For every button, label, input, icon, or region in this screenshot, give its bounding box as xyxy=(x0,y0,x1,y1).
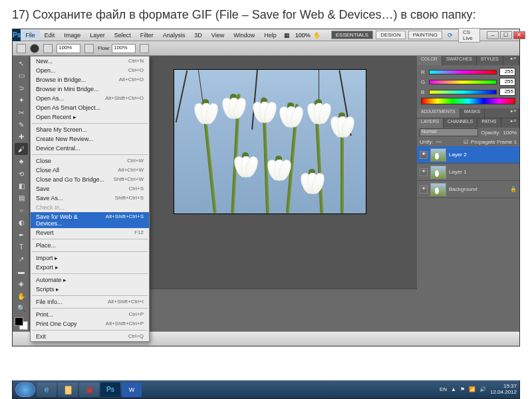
menuitem-open-as-smart-object[interactable]: Open As Smart Object... xyxy=(31,103,149,112)
hand-tool[interactable]: ✋ xyxy=(15,290,28,302)
menuitem-save-as[interactable]: Save As...Shift+Ctrl+S xyxy=(31,194,149,203)
blend-mode-select[interactable]: Normal xyxy=(420,128,478,136)
crop-tool[interactable]: ✂ xyxy=(15,106,28,118)
marquee-tool[interactable]: ▭ xyxy=(15,70,28,82)
menuitem-new[interactable]: New...Ctrl+N xyxy=(31,57,149,66)
menu-image[interactable]: Image xyxy=(59,31,85,40)
r-value[interactable]: 255 xyxy=(499,68,515,76)
workspace-painting[interactable]: PAINTING xyxy=(408,31,442,39)
menuitem-save-for-web-devices[interactable]: Save for Web & Devices...Alt+Shift+Ctrl+… xyxy=(31,212,149,228)
type-tool[interactable]: T xyxy=(15,241,28,253)
tray-flag-icon[interactable]: ⚑ xyxy=(460,386,465,392)
taskbar-explorer[interactable]: ▇ xyxy=(58,382,78,397)
menu-file[interactable]: File xyxy=(21,31,40,40)
menuitem-save[interactable]: SaveCtrl+S xyxy=(31,184,149,194)
dodge-tool[interactable]: ◐ xyxy=(15,216,28,228)
layer-background[interactable]: 👁Background🔒 xyxy=(417,181,519,198)
menu-help[interactable]: Help xyxy=(259,31,281,40)
menuitem-open-recent[interactable]: Open Recent ▸ xyxy=(31,112,149,122)
visibility-icon[interactable]: 👁 xyxy=(420,151,428,159)
menuitem-exit[interactable]: ExitCtrl+Q xyxy=(31,332,149,341)
menuitem-print-one-copy[interactable]: Print One CopyAlt+Shift+Ctrl+P xyxy=(31,319,149,329)
tab-masks[interactable]: MASKS xyxy=(460,108,485,118)
menu-view[interactable]: View xyxy=(207,31,229,40)
tab-adjustments[interactable]: ADJUSTMENTS xyxy=(417,108,460,118)
brush-preview-icon[interactable] xyxy=(30,44,39,53)
tab-channels[interactable]: CHANNELS xyxy=(444,118,477,128)
panel-menu-icon[interactable]: ▸≡ xyxy=(508,56,519,65)
b-slider[interactable] xyxy=(429,90,497,94)
brush-tool[interactable]: 🖌 xyxy=(15,143,28,155)
start-button[interactable] xyxy=(15,382,35,397)
menuitem-revert[interactable]: RevertF12 xyxy=(31,228,149,237)
tray-arrow-icon[interactable]: ▲ xyxy=(451,386,456,392)
tab-styles[interactable]: STYLES xyxy=(477,56,503,65)
menu-filter[interactable]: Filter xyxy=(136,31,158,40)
menu-layer[interactable]: Layer xyxy=(85,31,110,40)
menu-select[interactable]: Select xyxy=(110,31,136,40)
zoom-tool[interactable]: 🔍 xyxy=(15,302,28,314)
menuitem-close-all[interactable]: Close AllAlt+Ctrl+W xyxy=(31,166,149,175)
lasso-tool[interactable]: ⊃ xyxy=(15,82,28,94)
menuitem-file-info[interactable]: File Info...Alt+Shift+Ctrl+I xyxy=(31,297,149,307)
sync-icon[interactable]: ⟳ xyxy=(445,32,456,39)
menuitem-create-new-review[interactable]: Create New Review... xyxy=(31,134,149,144)
blur-tool[interactable]: ○ xyxy=(15,204,28,216)
hand-icon[interactable]: ✋ xyxy=(313,32,321,39)
taskbar-photoshop[interactable]: Ps xyxy=(100,382,120,397)
airbrush-icon[interactable] xyxy=(84,44,94,53)
language-indicator[interactable]: EN xyxy=(440,386,447,392)
menuitem-place[interactable]: Place... xyxy=(31,241,149,250)
menuitem-open-as[interactable]: Open As...Alt+Shift+Ctrl+O xyxy=(31,94,149,103)
wand-tool[interactable]: ✦ xyxy=(15,94,28,106)
history-brush-tool[interactable]: ⟲ xyxy=(15,168,28,180)
visibility-icon[interactable]: 👁 xyxy=(420,168,428,176)
menu-analysis[interactable]: Analysis xyxy=(158,31,190,40)
tray-volume-icon[interactable]: 🔊 xyxy=(479,386,486,392)
visibility-icon[interactable]: 👁 xyxy=(420,186,428,194)
eraser-tool[interactable]: ◧ xyxy=(15,180,28,192)
hue-strip[interactable] xyxy=(421,98,515,104)
taskbar-clock[interactable]: 15:37 12.04.2012 xyxy=(490,384,517,396)
flow-input[interactable]: 100% xyxy=(112,44,136,53)
tab-layers[interactable]: LAYERS xyxy=(417,118,444,128)
menuitem-close[interactable]: CloseCtrl+W xyxy=(31,156,149,166)
tray-network-icon[interactable]: 📶 xyxy=(469,386,475,392)
menuitem-scripts[interactable]: Scripts ▸ xyxy=(31,285,149,294)
opacity-value[interactable]: 100% xyxy=(503,130,517,136)
tab-paths[interactable]: PATHS xyxy=(477,118,501,128)
3d-tool[interactable]: ◈ xyxy=(15,278,28,290)
heal-tool[interactable]: ✚ xyxy=(15,131,28,143)
menu-window[interactable]: Window xyxy=(229,31,259,40)
tab-color[interactable]: COLOR xyxy=(417,56,442,65)
stamp-tool[interactable]: ♣ xyxy=(15,155,28,167)
menuitem-export[interactable]: Export ▸ xyxy=(31,263,149,272)
b-value[interactable]: 255 xyxy=(499,88,515,96)
gradient-tool[interactable]: ▤ xyxy=(15,192,28,204)
minimize-button[interactable]: – xyxy=(487,31,499,39)
cslive-button[interactable]: CS Live xyxy=(458,28,480,43)
menuitem-share-my-screen[interactable]: Share My Screen... xyxy=(31,125,149,134)
menuitem-close-and-go-to-bridge[interactable]: Close and Go To Bridge...Shift+Ctrl+W xyxy=(31,175,149,184)
pen-tool[interactable]: ✒ xyxy=(15,229,28,241)
g-value[interactable]: 255 xyxy=(499,78,515,86)
menuitem-print[interactable]: Print...Ctrl+P xyxy=(31,310,149,319)
menuitem-browse-in-mini-bridge[interactable]: Browse in Mini Bridge... xyxy=(31,84,149,94)
menuitem-import[interactable]: Import ▸ xyxy=(31,253,149,263)
tablet-icon[interactable] xyxy=(140,44,149,53)
workspace-design[interactable]: DESIGN xyxy=(376,31,406,39)
layer-layer-1[interactable]: 👁Layer 1 xyxy=(417,164,519,181)
g-slider[interactable] xyxy=(429,80,497,84)
eyedropper-tool[interactable]: ✎ xyxy=(15,118,28,130)
menu-3d[interactable]: 3D xyxy=(190,31,207,40)
panel-menu-icon[interactable]: ▸≡ xyxy=(508,108,519,118)
viewmode-icon[interactable]: ▦ xyxy=(281,32,293,39)
panel-menu-icon[interactable]: ▸≡ xyxy=(508,118,519,128)
tool-preset-icon[interactable] xyxy=(17,44,26,53)
document-canvas[interactable] xyxy=(174,69,366,214)
zoom-value[interactable]: 100% xyxy=(295,32,311,39)
tab-swatches[interactable]: SWATCHES xyxy=(442,56,477,65)
menuitem-automate[interactable]: Automate ▸ xyxy=(31,275,149,285)
move-tool[interactable]: ↖ xyxy=(15,57,28,69)
shape-tool[interactable]: ▬ xyxy=(15,265,28,277)
